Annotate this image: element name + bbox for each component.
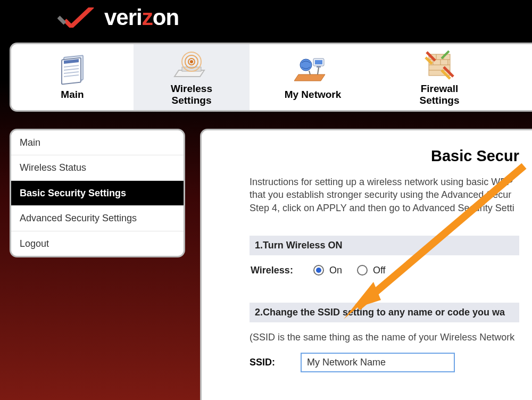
- radio-wireless-on[interactable]: On: [313, 265, 342, 276]
- main-icon: [59, 54, 86, 87]
- svg-rect-14: [315, 60, 322, 64]
- sidebar-item-wireless-status[interactable]: Wireless Status: [11, 155, 184, 180]
- radio-wireless-off[interactable]: Off: [357, 265, 386, 276]
- sidebar-item-basic-security[interactable]: Basic Security Settings: [11, 181, 184, 206]
- ssid-label: SSID:: [250, 357, 301, 368]
- svg-rect-15: [317, 66, 321, 68]
- sidebar-item-logout[interactable]: Logout: [11, 231, 184, 256]
- svg-line-16: [309, 71, 310, 74]
- tab-network-label: My Network: [285, 89, 342, 101]
- svg-point-11: [190, 60, 193, 63]
- tab-firewall-label-2: Settings: [420, 95, 460, 106]
- sidebar-item-label: Basic Security Settings: [20, 188, 126, 198]
- tab-wireless-label-1: Wireless: [171, 83, 212, 95]
- wireless-icon: [173, 48, 210, 81]
- svg-line-17: [318, 68, 319, 74]
- sidebar: Main Wireless Status Basic Security Sett…: [10, 129, 185, 257]
- ssid-input[interactable]: [301, 353, 455, 372]
- ssid-note: (SSID is the same thing as the name of y…: [250, 332, 519, 343]
- radio-on-label: On: [329, 265, 342, 276]
- radio-off-label: Off: [373, 265, 386, 276]
- tab-my-network[interactable]: My Network: [250, 44, 376, 110]
- instructions-text: Instructions for setting up a wireless n…: [250, 176, 519, 214]
- tab-wireless-settings[interactable]: Wireless Settings: [134, 44, 250, 110]
- sidebar-item-main[interactable]: Main: [11, 130, 184, 155]
- content-panel: Basic Secur Instructions for setting up …: [200, 129, 532, 400]
- wireless-label: Wireless:: [251, 265, 293, 276]
- tab-main-label: Main: [61, 89, 84, 101]
- tab-firewall-label-1: Firewall: [421, 83, 459, 95]
- ssid-row: SSID:: [250, 353, 519, 372]
- verizon-check-icon: [57, 7, 97, 28]
- sidebar-item-label: Wireless Status: [20, 162, 86, 173]
- brand-text: verizon: [104, 6, 179, 29]
- svg-point-12: [300, 59, 312, 71]
- sidebar-item-label: Logout: [20, 238, 49, 249]
- radio-icon: [313, 265, 324, 276]
- brand-logo: verizon: [57, 5, 181, 30]
- step1-header: 1.Turn Wireless ON: [250, 236, 519, 255]
- tab-firewall-settings[interactable]: Firewall Settings: [376, 44, 503, 110]
- radio-icon: [357, 265, 368, 276]
- sidebar-item-advanced-security[interactable]: Advanced Security Settings: [11, 206, 184, 231]
- top-nav: Main Wireless Settings: [10, 43, 532, 112]
- tab-main[interactable]: Main: [11, 44, 134, 110]
- step1-body: Wireless: On Off: [250, 265, 519, 276]
- firewall-icon: [423, 48, 455, 81]
- sidebar-item-label: Main: [20, 137, 40, 148]
- tab-wireless-label-2: Settings: [172, 95, 212, 106]
- network-icon: [294, 54, 331, 87]
- sidebar-item-label: Advanced Security Settings: [20, 213, 137, 223]
- page-title: Basic Secur: [250, 147, 519, 165]
- step2-header: 2.Change the SSID setting to any name or…: [250, 303, 519, 322]
